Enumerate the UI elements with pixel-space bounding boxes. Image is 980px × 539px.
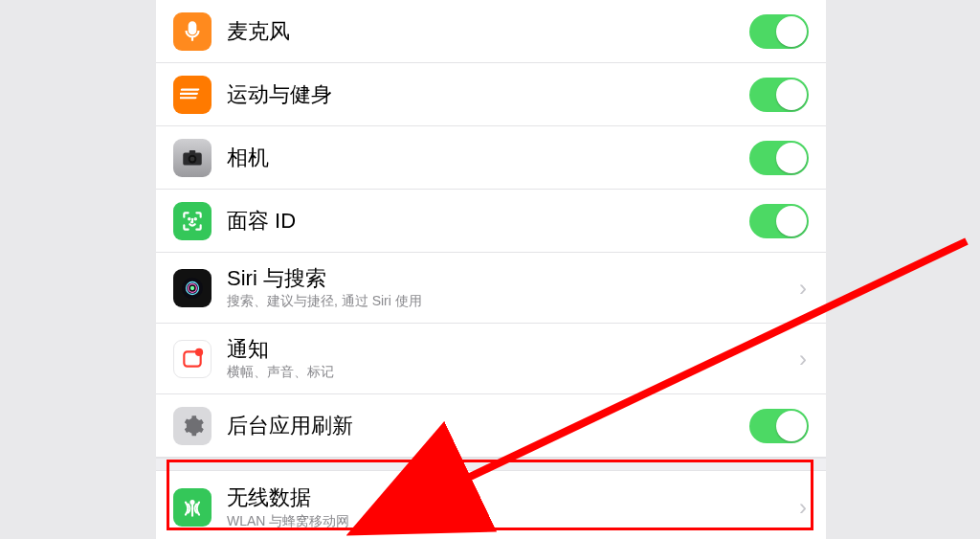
fitness-icon [173, 76, 212, 114]
gear-icon [173, 407, 212, 445]
wireless-icon [173, 488, 212, 527]
svg-point-6 [189, 218, 189, 219]
toggle-camera[interactable] [749, 141, 809, 175]
mic-icon [173, 12, 212, 51]
settings-panel: 麦克风 运动与健身 相机 [156, 0, 826, 539]
toggle-microphone[interactable] [749, 14, 809, 49]
setting-row-background-refresh[interactable]: 后台应用刷新 [156, 394, 826, 458]
section-gap [156, 458, 826, 471]
toggle-fitness[interactable] [749, 78, 809, 112]
setting-label: 麦克风 [227, 18, 749, 45]
svg-rect-5 [189, 149, 196, 152]
svg-point-15 [190, 501, 193, 504]
chevron-right-icon: › [791, 494, 809, 521]
setting-sublabel: WLAN 与蜂窝移动网 [227, 513, 791, 530]
chevron-right-icon: › [791, 346, 809, 372]
setting-label: 无线数据 [227, 484, 791, 511]
setting-label: 面容 ID [227, 208, 749, 235]
setting-row-siri[interactable]: Siri 与搜索 搜索、建议与捷径, 通过 Siri 使用 › [156, 253, 826, 324]
setting-row-fitness[interactable]: 运动与健身 [156, 63, 826, 126]
settings-list: 麦克风 运动与健身 相机 [156, 0, 826, 539]
svg-point-4 [190, 156, 195, 161]
camera-icon [173, 139, 212, 177]
svg-point-7 [195, 218, 196, 219]
faceid-icon [173, 202, 212, 240]
setting-label: 通知 [227, 336, 791, 363]
notifications-icon [173, 340, 212, 378]
setting-row-camera[interactable]: 相机 [156, 126, 826, 190]
setting-row-faceid[interactable]: 面容 ID [156, 190, 826, 253]
setting-label: 相机 [227, 145, 749, 171]
setting-row-microphone[interactable]: 麦克风 [156, 0, 826, 63]
setting-label: Siri 与搜索 [227, 265, 791, 292]
setting-label: 运动与健身 [227, 81, 749, 108]
svg-rect-0 [189, 22, 196, 34]
setting-row-notifications[interactable]: 通知 横幅、声音、标记 › [156, 324, 826, 394]
svg-point-13 [195, 348, 203, 355]
setting-row-wireless-data[interactable]: 无线数据 WLAN 与蜂窝移动网 › [156, 471, 826, 539]
toggle-background-refresh[interactable] [749, 409, 809, 443]
chevron-right-icon: › [791, 275, 809, 302]
toggle-faceid[interactable] [749, 204, 809, 238]
setting-label: 后台应用刷新 [227, 413, 749, 439]
setting-sublabel: 搜索、建议与捷径, 通过 Siri 使用 [227, 293, 791, 310]
svg-point-11 [190, 285, 194, 289]
setting-sublabel: 横幅、声音、标记 [227, 364, 791, 381]
siri-icon [173, 269, 212, 307]
